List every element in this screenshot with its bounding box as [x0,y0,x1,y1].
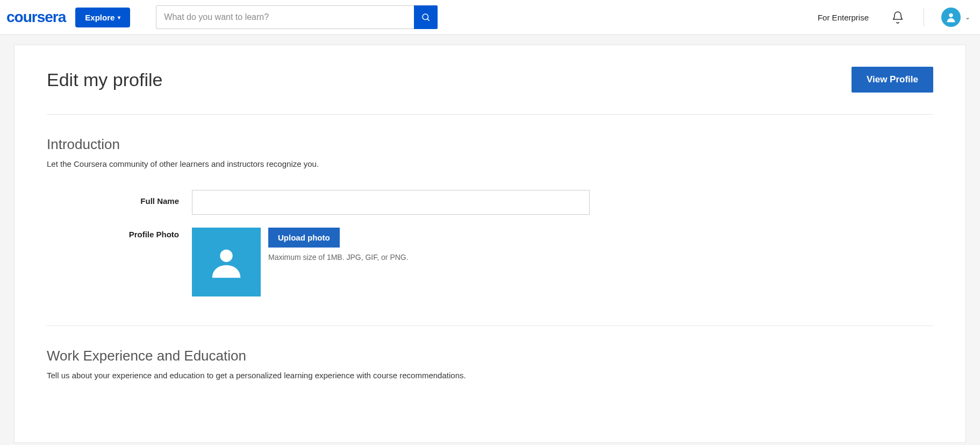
notifications-button[interactable] [889,11,906,24]
profile-photo-label: Profile Photo [47,228,192,239]
svg-line-1 [428,19,430,20]
search-icon [421,12,431,22]
title-row: Edit my profile View Profile [47,67,933,93]
profile-photo-row: Profile Photo Upload photo Maximum size … [47,228,933,296]
full-name-row: Full Name [47,190,933,215]
coursera-logo[interactable]: coursera [6,9,66,26]
search-bar [156,5,438,29]
view-profile-button[interactable]: View Profile [852,67,933,93]
person-icon [945,11,957,23]
page-title: Edit my profile [47,69,162,90]
divider [47,114,933,115]
bell-icon [891,11,904,24]
introduction-heading: Introduction [47,136,933,153]
for-enterprise-link[interactable]: For Enterprise [818,13,869,22]
upload-hint: Maximum size of 1MB. JPG, GIF, or PNG. [268,253,409,262]
header-divider [924,8,924,27]
global-header: coursera Explore ▾ For Enterprise ⌄ [0,0,980,35]
divider [47,326,933,326]
full-name-label: Full Name [47,190,192,206]
explore-label: Explore [85,13,115,22]
svg-point-2 [949,13,953,17]
work-heading: Work Experience and Education [47,348,933,364]
avatar [941,8,961,27]
chevron-down-icon: ⌄ [965,13,970,21]
svg-point-3 [220,250,232,262]
introduction-description: Let the Coursera community of other lear… [47,159,933,168]
chevron-down-icon: ▾ [118,15,120,20]
work-description: Tell us about your experience and educat… [47,371,933,380]
user-menu[interactable]: ⌄ [941,8,974,27]
full-name-input[interactable] [192,190,590,215]
search-input[interactable] [156,5,414,29]
page-card: Edit my profile View Profile Introductio… [14,45,966,443]
profile-photo-placeholder [192,228,261,296]
upload-photo-button[interactable]: Upload photo [268,228,340,248]
explore-button[interactable]: Explore ▾ [75,8,130,27]
svg-point-0 [423,14,428,20]
person-icon [208,243,245,281]
search-button[interactable] [414,5,438,29]
